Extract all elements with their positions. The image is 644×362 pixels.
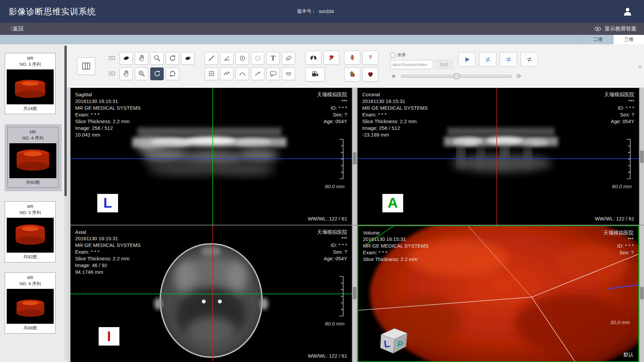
toolbar-collapse-chevron[interactable]: » — [638, 62, 642, 70]
rotate-2d-button[interactable] — [166, 52, 179, 65]
crosshair-horizontal-blue[interactable] — [358, 158, 639, 159]
cine-slider-track[interactable] — [401, 75, 512, 77]
step-forward-icon[interactable] — [390, 72, 398, 80]
crosshair-vertical-green[interactable] — [212, 88, 213, 225]
eye-icon — [594, 25, 602, 33]
lungs-preset-button[interactable] — [305, 51, 321, 65]
scroll-thumb[interactable] — [640, 151, 644, 163]
user-button[interactable] — [620, 5, 635, 18]
polyline-button[interactable] — [220, 67, 233, 80]
zoom-3d-button[interactable] — [135, 67, 148, 80]
point-tool-button[interactable] — [235, 52, 249, 65]
arrow-annotation-button[interactable] — [251, 67, 264, 80]
record-video-button[interactable] — [305, 67, 325, 82]
series-card-4[interactable]: MR NO. 4 序列 共92图 — [7, 127, 58, 188]
loop-button[interactable] — [479, 52, 496, 67]
angle-tool-button[interactable] — [220, 52, 233, 65]
eraser-icon — [284, 54, 293, 62]
tissue-preset-button[interactable] — [323, 51, 339, 65]
zoom-2d-button[interactable] — [150, 52, 164, 65]
slice-scroll-2d-button[interactable] — [181, 52, 195, 65]
version-label: 版本号： — [297, 8, 316, 14]
series-count: 共92图 — [5, 254, 55, 260]
show-teacher-answer-label: 显示教师答案 — [604, 25, 637, 33]
pan-3d-button[interactable] — [119, 67, 133, 80]
coronal-slice-scrollbar[interactable] — [640, 88, 644, 225]
rotate-3d-button[interactable] — [150, 67, 164, 80]
label-3d: 3D — [105, 70, 115, 77]
app-header: 影像诊断思维实训系统 版本号： svn334 — [0, 0, 644, 23]
crosshair-vertical-red[interactable] — [496, 88, 497, 225]
pan-2d-button[interactable] — [135, 52, 148, 65]
series-modality: MR — [5, 204, 55, 209]
sagittal-slice-scrollbar[interactable] — [353, 88, 357, 225]
series-card-6[interactable]: MR NO. 6 序列 共88图 — [5, 272, 56, 333]
tab-2d[interactable]: 二维 — [582, 35, 613, 44]
series-modality: MR — [5, 56, 55, 61]
video-source-input[interactable] — [390, 60, 433, 69]
comment-button[interactable] — [266, 67, 280, 80]
fast-forward-icon[interactable] — [515, 72, 523, 80]
bone-preset-button[interactable] — [362, 51, 378, 65]
crosshair-horizontal-blue[interactable] — [70, 158, 352, 159]
scroll-thumb[interactable] — [640, 287, 644, 299]
record-screen-checkbox[interactable] — [390, 53, 395, 57]
pane-datetime: 20161130 16:15:31 — [362, 98, 428, 105]
throat-icon — [348, 53, 357, 62]
ellipse-roi-button[interactable] — [251, 52, 264, 65]
axial-slice-scrollbar[interactable] — [353, 225, 357, 362]
arrow-icon — [254, 69, 262, 78]
organ-preset-tools — [305, 51, 378, 82]
roi-box-button[interactable] — [205, 67, 218, 80]
angle-icon — [223, 54, 231, 62]
heart-preset-button[interactable] — [362, 67, 378, 82]
pane-axial[interactable]: Axial 20161130 16:15:31 MR GE MEDICAL SY… — [70, 225, 352, 362]
pane-device: MR GE MEDICAL SYSTEMS — [75, 242, 141, 249]
orientation-cube[interactable]: L P — [375, 322, 411, 355]
crosshair-horizontal-green[interactable] — [70, 294, 352, 294]
eraser-button[interactable] — [282, 52, 295, 65]
hand-icon — [122, 69, 130, 78]
throat-preset-button[interactable] — [344, 51, 360, 65]
wwwl-value: WW/WL: 122 / 61 — [595, 216, 634, 221]
protractor-button[interactable] — [282, 67, 295, 80]
patient-sex: Sex: ? — [317, 249, 347, 255]
back-button[interactable]: 〈返回 — [7, 25, 23, 33]
scroll-thumb[interactable] — [353, 287, 357, 299]
series-card-5[interactable]: MR NO. 5 序列 共92图 — [5, 201, 56, 262]
path-button[interactable]: 路径 — [435, 60, 453, 69]
patient-age: Age: 054Y — [317, 118, 347, 125]
axial-patient-overlay: 天堰模拟医院 *** ID: * * * Sex: ? Age: 054Y — [317, 229, 347, 262]
pane-sagittal[interactable]: Sagittal 20161130 16:15:31 MR GE MEDICAL… — [70, 88, 352, 225]
volume-scrollbar[interactable] — [640, 225, 644, 362]
layout-button[interactable] — [77, 57, 95, 75]
cine-slider-thumb[interactable] — [454, 73, 459, 79]
hand-icon — [138, 54, 146, 62]
patient-sex: Sex: ? — [604, 111, 634, 118]
ruler-ticks — [338, 139, 344, 179]
text-annotation-button[interactable]: T — [266, 52, 280, 65]
bone-icon — [366, 53, 375, 62]
loop-reverse-button[interactable] — [500, 52, 517, 67]
pane-coronal[interactable]: Coronal 20161130 16:15:31 MR GE MEDICAL … — [358, 88, 639, 225]
loop-icon — [504, 55, 513, 64]
dimension-tools: 2D 3D — [105, 52, 195, 80]
body-preset-button[interactable] — [344, 67, 360, 82]
ruler-tool-button[interactable] — [205, 52, 218, 65]
swap-direction-button[interactable] — [521, 52, 538, 67]
show-teacher-answer-button[interactable]: 显示教师答案 — [594, 25, 637, 33]
window-level-2d-button[interactable] — [119, 52, 133, 65]
tab-3d[interactable]: 三维 — [613, 35, 644, 44]
scroll-thumb[interactable] — [353, 152, 357, 165]
sidebar-scrollbar[interactable] — [64, 46, 67, 359]
series-sidebar: MR NO. 3 序列 共24图 MR NO. 4 序列 共92图 MR NO.… — [0, 44, 67, 362]
preset-default-label: 默认 — [624, 352, 634, 358]
series-card-3[interactable]: MR NO. 3 序列 共24图 — [5, 53, 56, 114]
pane-volume[interactable]: Volume 20161130 16:15:31 MR GE MEDICAL S… — [358, 225, 639, 362]
curve-button[interactable] — [235, 67, 249, 80]
pane-exam: Exam: * * * — [75, 249, 141, 255]
reset-3d-button[interactable] — [166, 67, 179, 80]
play-button[interactable] — [458, 52, 476, 67]
sidebar-scroll-thumb[interactable] — [64, 46, 67, 196]
video-camera-icon — [311, 70, 319, 79]
